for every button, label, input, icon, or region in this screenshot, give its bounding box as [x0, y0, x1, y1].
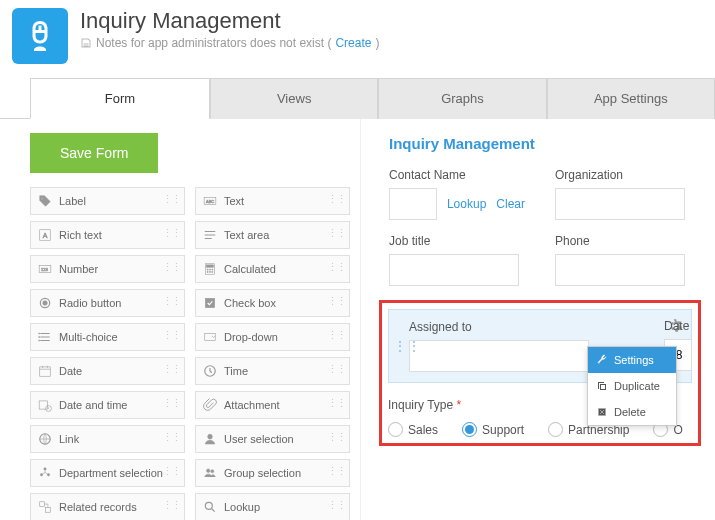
palette-department-selection[interactable]: Department selection⋮⋮	[30, 459, 185, 487]
drag-dots-icon: ⋮⋮	[162, 431, 180, 444]
drag-dots-icon: ⋮⋮	[327, 193, 345, 206]
date-label: Date	[664, 319, 692, 333]
drag-dots-icon: ⋮⋮	[327, 295, 345, 308]
palette-rich-text[interactable]: ARich text⋮⋮	[30, 221, 185, 249]
tab-graphs[interactable]: Graphs	[378, 78, 546, 119]
admin-note: Notes for app administrators does not ex…	[80, 36, 379, 50]
svg-rect-16	[205, 298, 214, 307]
palette-calculated[interactable]: Calculated⋮⋮	[195, 255, 350, 283]
palette-item-label: Radio button	[59, 297, 121, 309]
tab-views[interactable]: Views	[210, 78, 378, 119]
palette-time[interactable]: Time⋮⋮	[195, 357, 350, 385]
palette-link[interactable]: Link⋮⋮	[30, 425, 185, 453]
menu-settings[interactable]: Settings	[588, 347, 676, 373]
drop-icon	[202, 329, 218, 345]
calc-icon	[202, 261, 218, 277]
jobtitle-label: Job title	[389, 234, 525, 248]
palette-check-box[interactable]: Check box⋮⋮	[195, 289, 350, 317]
phone-label: Phone	[555, 234, 691, 248]
palette-item-label: Related records	[59, 501, 137, 513]
datetime-icon	[37, 397, 53, 413]
palette-text-area[interactable]: Text area⋮⋮	[195, 221, 350, 249]
radio-label: Sales	[408, 423, 438, 437]
palette-date-and-time[interactable]: Date and time⋮⋮	[30, 391, 185, 419]
highlighted-region: ⋮⋮ Assigned to Settings Duplicate	[379, 300, 701, 446]
radio-sales[interactable]: Sales	[388, 422, 438, 437]
palette-lookup[interactable]: Lookup⋮⋮	[195, 493, 350, 520]
drag-dots-icon: ⋮⋮	[327, 397, 345, 410]
drag-dots-icon: ⋮⋮	[162, 465, 180, 478]
organization-label: Organization	[555, 168, 691, 182]
tab-bar: Form Views Graphs App Settings	[30, 78, 715, 119]
assigned-to-field[interactable]: ⋮⋮ Assigned to Settings Duplicate	[388, 309, 692, 383]
save-form-button[interactable]: Save Form	[30, 133, 158, 173]
phone-input[interactable]	[555, 254, 685, 286]
palette-number[interactable]: 123Number⋮⋮	[30, 255, 185, 283]
svg-point-15	[43, 301, 48, 306]
tag-icon	[37, 193, 53, 209]
palette-item-label: Calculated	[224, 263, 276, 275]
assigned-to-input[interactable]	[409, 340, 589, 372]
palette-radio-button[interactable]: Radio button⋮⋮	[30, 289, 185, 317]
tab-appsettings[interactable]: App Settings	[547, 78, 715, 119]
svg-point-31	[211, 470, 214, 473]
menu-delete[interactable]: Delete	[588, 399, 676, 425]
palette-attachment[interactable]: Attachment⋮⋮	[195, 391, 350, 419]
palette-label[interactable]: Label⋮⋮	[30, 187, 185, 215]
palette-date[interactable]: Date⋮⋮	[30, 357, 185, 385]
clip-icon	[202, 397, 218, 413]
drag-dots-icon: ⋮⋮	[162, 193, 180, 206]
create-note-link[interactable]: Create	[335, 36, 371, 50]
svg-point-30	[207, 469, 211, 473]
dept-icon	[37, 465, 53, 481]
A-icon: A	[37, 227, 53, 243]
list-icon	[37, 329, 53, 345]
clear-link[interactable]: Clear	[496, 197, 525, 211]
palette-item-label: Attachment	[224, 399, 280, 411]
palette-drop-down[interactable]: Drop-down⋮⋮	[195, 323, 350, 351]
palette-item-label: Label	[59, 195, 86, 207]
drag-dots-icon: ⋮⋮	[327, 329, 345, 342]
group-icon	[202, 465, 218, 481]
rel-icon	[37, 499, 53, 515]
jobtitle-input[interactable]	[389, 254, 519, 286]
drag-dots-icon: ⋮⋮	[162, 329, 180, 342]
user-icon	[202, 431, 218, 447]
palette-multi-choice[interactable]: Multi-choice⋮⋮	[30, 323, 185, 351]
menu-duplicate[interactable]: Duplicate	[588, 373, 676, 399]
field-palette: Save Form Label⋮⋮ABCText⋮⋮ARich text⋮⋮Te…	[30, 119, 360, 520]
palette-user-selection[interactable]: User selection⋮⋮	[195, 425, 350, 453]
field-context-menu: Settings Duplicate Delete	[587, 346, 677, 426]
check-icon	[202, 295, 218, 311]
drag-dots-icon: ⋮⋮	[162, 295, 180, 308]
palette-text[interactable]: ABCText⋮⋮	[195, 187, 350, 215]
date-icon	[37, 363, 53, 379]
link-icon	[37, 431, 53, 447]
lookup-link[interactable]: Lookup	[447, 197, 486, 211]
drag-dots-icon: ⋮⋮	[162, 261, 180, 274]
inquiry-type-label: Inquiry Type	[388, 398, 453, 412]
palette-item-label: Link	[59, 433, 79, 445]
svg-point-34	[205, 502, 212, 509]
radio-support[interactable]: Support	[462, 422, 524, 437]
palette-item-label: Multi-choice	[59, 331, 118, 343]
svg-rect-32	[40, 502, 45, 507]
drag-handle-icon[interactable]: ⋮⋮	[393, 338, 421, 354]
palette-group-selection[interactable]: Group selection⋮⋮	[195, 459, 350, 487]
abc-icon: ABC	[202, 193, 218, 209]
svg-point-26	[208, 434, 213, 439]
assigned-to-label: Assigned to	[409, 320, 679, 334]
palette-item-label: Time	[224, 365, 248, 377]
tab-form[interactable]: Form	[30, 78, 210, 119]
radio-circle-icon	[548, 422, 563, 437]
lookup-icon	[202, 499, 218, 515]
page-title: Inquiry Management	[80, 8, 379, 34]
palette-related-records[interactable]: Related records⋮⋮	[30, 493, 185, 520]
organization-input[interactable]	[555, 188, 685, 220]
palette-item-label: Department selection	[59, 467, 163, 479]
palette-item-label: Text	[224, 195, 244, 207]
contact-name-input[interactable]	[389, 188, 437, 220]
svg-point-9	[209, 269, 210, 270]
svg-text:ABC: ABC	[206, 199, 214, 204]
svg-point-12	[209, 271, 210, 272]
